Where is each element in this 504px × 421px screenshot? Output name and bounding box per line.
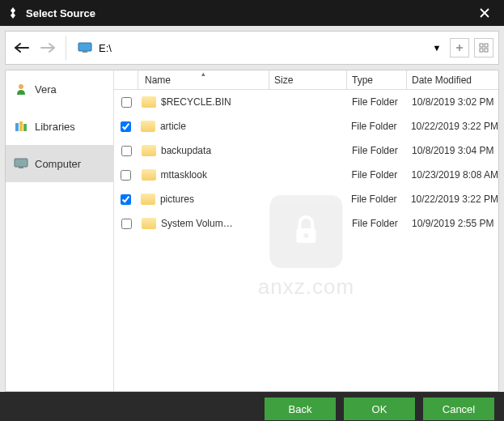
file-name: mttasklook [161, 169, 207, 181]
file-date: 10/23/2019 8:08 AM [407, 169, 498, 181]
svg-rect-7 [15, 123, 19, 131]
svg-rect-2 [480, 44, 483, 47]
column-size[interactable]: Size [269, 70, 347, 89]
toolbar: E:\ ▼ [5, 31, 499, 65]
file-area: ▴ Name Size Type Date Modified anxz.com … [114, 70, 498, 391]
path-box[interactable]: E:\ [73, 36, 426, 60]
folder-icon [142, 145, 156, 156]
svg-rect-9 [23, 124, 27, 131]
file-name: pictures [160, 193, 194, 205]
sidebar-item-label: Vera [35, 83, 57, 96]
computer-icon [14, 156, 28, 171]
folder-icon [142, 218, 156, 229]
sidebar-item-label: Libraries [35, 121, 75, 133]
file-type: File Folder [347, 145, 407, 156]
drive-icon [78, 42, 92, 53]
new-folder-button[interactable] [450, 38, 469, 57]
body-area: Vera Libraries Computer ▴ Name Size Type… [5, 70, 499, 392]
row-checkbox[interactable] [121, 170, 131, 181]
file-header: ▴ Name Size Type Date Modified [114, 70, 498, 90]
sidebar-item-libraries[interactable]: Libraries [6, 108, 113, 145]
sort-asc-icon: ▴ [201, 70, 205, 78]
path-text: E:\ [99, 42, 112, 54]
row-checkbox[interactable] [121, 97, 132, 108]
ok-button[interactable]: OK [344, 398, 415, 420]
libraries-icon [14, 119, 28, 134]
folder-icon [142, 169, 156, 181]
column-date[interactable]: Date Modified [407, 70, 498, 89]
svg-rect-4 [480, 49, 483, 52]
file-date: 10/8/2019 3:04 PM [407, 145, 498, 156]
svg-rect-0 [78, 43, 91, 51]
column-name-label: Name [145, 74, 171, 86]
file-name: article [160, 121, 186, 132]
file-date: 10/22/2019 3:22 PM [406, 121, 498, 132]
svg-rect-10 [15, 159, 28, 167]
file-row[interactable]: mttasklook File Folder 10/23/2019 8:08 A… [114, 163, 498, 187]
sidebar: Vera Libraries Computer [6, 70, 114, 391]
file-row[interactable]: article File Folder 10/22/2019 3:22 PM [114, 114, 498, 138]
folder-icon [141, 193, 155, 205]
column-check[interactable] [114, 70, 138, 89]
user-icon [14, 82, 28, 96]
file-type: File Folder [347, 218, 407, 229]
svg-rect-1 [83, 51, 87, 53]
column-type[interactable]: Type [347, 70, 407, 89]
folder-icon [142, 96, 156, 108]
row-checkbox[interactable] [121, 219, 132, 229]
file-row[interactable]: pictures File Folder 10/22/2019 3:22 PM [114, 187, 498, 211]
svg-point-6 [19, 84, 23, 89]
window-title: Select Source [26, 7, 472, 19]
path-dropdown-button[interactable]: ▼ [429, 43, 445, 53]
file-type: File Folder [347, 169, 407, 181]
view-mode-button[interactable] [474, 38, 493, 57]
file-list: anxz.com $RECYCLE.BIN File Folder 10/8/2… [114, 90, 498, 391]
file-name: $RECYCLE.BIN [161, 96, 231, 108]
file-date: 10/8/2019 3:02 PM [407, 96, 498, 108]
file-type: File Folder [347, 96, 407, 108]
file-type: File Folder [346, 193, 406, 205]
forward-nav-button[interactable] [36, 36, 59, 59]
file-name: System Volum… [161, 218, 233, 229]
sidebar-item-vera[interactable]: Vera [6, 70, 113, 108]
file-name: backupdata [161, 145, 211, 156]
file-row[interactable]: $RECYCLE.BIN File Folder 10/8/2019 3:02 … [114, 90, 498, 114]
toolbar-divider [66, 36, 66, 60]
svg-rect-11 [19, 167, 23, 168]
row-checkbox[interactable] [121, 146, 132, 156]
cancel-button[interactable]: Cancel [423, 398, 494, 420]
svg-rect-5 [485, 49, 488, 52]
footer: Back OK Cancel [0, 392, 504, 421]
watermark-text: anxz.com [258, 274, 354, 300]
back-nav-button[interactable] [11, 36, 33, 59]
svg-rect-3 [485, 44, 488, 47]
column-name[interactable]: ▴ Name [138, 70, 269, 89]
file-row[interactable]: backupdata File Folder 10/8/2019 3:04 PM [114, 138, 498, 163]
svg-rect-8 [19, 121, 23, 131]
titlebar: Select Source [0, 0, 504, 26]
file-date: 10/22/2019 3:22 PM [406, 193, 498, 205]
folder-icon [141, 121, 155, 132]
file-row[interactable]: System Volum… File Folder 10/9/2019 2:55… [114, 211, 498, 236]
row-checkbox[interactable] [121, 121, 131, 132]
sidebar-item-label: Computer [35, 158, 81, 170]
close-button[interactable] [472, 0, 498, 26]
sidebar-item-computer[interactable]: Computer [6, 145, 113, 182]
row-checkbox[interactable] [121, 194, 131, 205]
file-type: File Folder [346, 121, 406, 132]
back-button[interactable]: Back [265, 398, 336, 420]
app-icon [6, 6, 19, 19]
file-date: 10/9/2019 2:55 PM [407, 218, 498, 229]
